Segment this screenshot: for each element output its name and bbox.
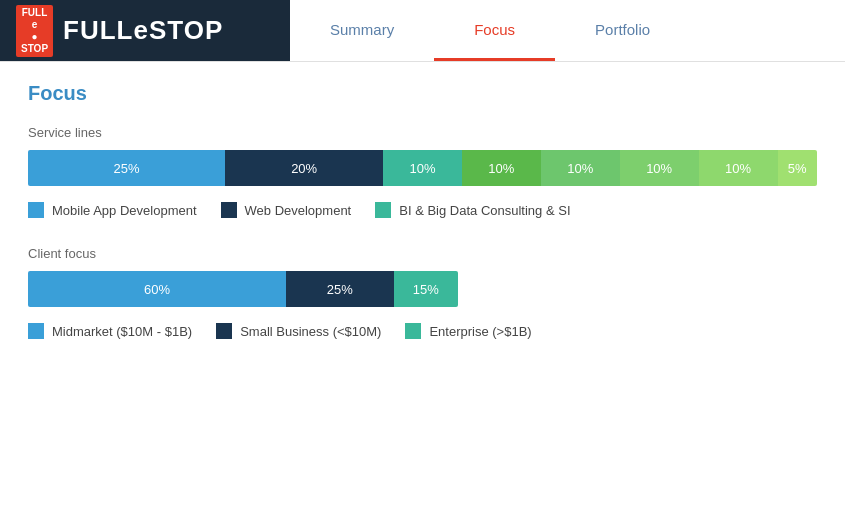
- nav-tabs: Summary Focus Portfolio: [290, 0, 845, 61]
- legend-label: Small Business (<$10M): [240, 324, 381, 339]
- header: FULLe●STOP FULLeSTOP Summary Focus Portf…: [0, 0, 845, 62]
- bar-segment: 20%: [225, 150, 383, 186]
- legend-color-box: [216, 323, 232, 339]
- bar-segment: 25%: [28, 150, 225, 186]
- legend-item: Mobile App Development: [28, 202, 197, 218]
- client-focus-label: Client focus: [28, 246, 817, 261]
- bar-segment: 60%: [28, 271, 286, 307]
- legend-label: Mobile App Development: [52, 203, 197, 218]
- legend-item: Midmarket ($10M - $1B): [28, 323, 192, 339]
- bar-segment: 15%: [394, 271, 459, 307]
- legend-color-box: [405, 323, 421, 339]
- legend-label: Enterprise (>$1B): [429, 324, 531, 339]
- service-lines-legend: Mobile App DevelopmentWeb DevelopmentBI …: [28, 202, 817, 218]
- page-title: Focus: [28, 82, 817, 105]
- tab-summary[interactable]: Summary: [290, 0, 434, 61]
- legend-color-box: [221, 202, 237, 218]
- logo-text: FULLeSTOP: [63, 15, 223, 46]
- legend-color-box: [375, 202, 391, 218]
- legend-color-box: [28, 323, 44, 339]
- tab-portfolio[interactable]: Portfolio: [555, 0, 690, 61]
- logo-area: FULLe●STOP FULLeSTOP: [0, 0, 290, 61]
- bar-segment: 5%: [778, 150, 817, 186]
- legend-label: Midmarket ($10M - $1B): [52, 324, 192, 339]
- bar-segment: 25%: [286, 271, 394, 307]
- bar-segment: 10%: [541, 150, 620, 186]
- legend-label: Web Development: [245, 203, 352, 218]
- client-focus-legend: Midmarket ($10M - $1B)Small Business (<$…: [28, 323, 817, 339]
- legend-item: BI & Big Data Consulting & SI: [375, 202, 570, 218]
- service-lines-bar: 25%20%10%10%10%10%10%5%: [28, 150, 817, 186]
- legend-item: Web Development: [221, 202, 352, 218]
- legend-color-box: [28, 202, 44, 218]
- service-lines-section: Service lines 25%20%10%10%10%10%10%5% Mo…: [28, 125, 817, 218]
- client-focus-bar-wrap: 60%25%15%: [28, 271, 458, 307]
- legend-item: Small Business (<$10M): [216, 323, 381, 339]
- service-lines-label: Service lines: [28, 125, 817, 140]
- app-shell: FULLe●STOP FULLeSTOP Summary Focus Portf…: [0, 0, 845, 387]
- legend-label: BI & Big Data Consulting & SI: [399, 203, 570, 218]
- legend-item: Enterprise (>$1B): [405, 323, 531, 339]
- bar-segment: 10%: [620, 150, 699, 186]
- bar-segment: 10%: [383, 150, 462, 186]
- bar-segment: 10%: [699, 150, 778, 186]
- tab-focus[interactable]: Focus: [434, 0, 555, 61]
- logo-badge: FULLe●STOP: [16, 5, 53, 57]
- bar-segment: 10%: [462, 150, 541, 186]
- client-focus-bar: 60%25%15%: [28, 271, 458, 307]
- main-content: Focus Service lines 25%20%10%10%10%10%10…: [0, 62, 845, 387]
- client-focus-section: Client focus 60%25%15% Midmarket ($10M -…: [28, 246, 817, 339]
